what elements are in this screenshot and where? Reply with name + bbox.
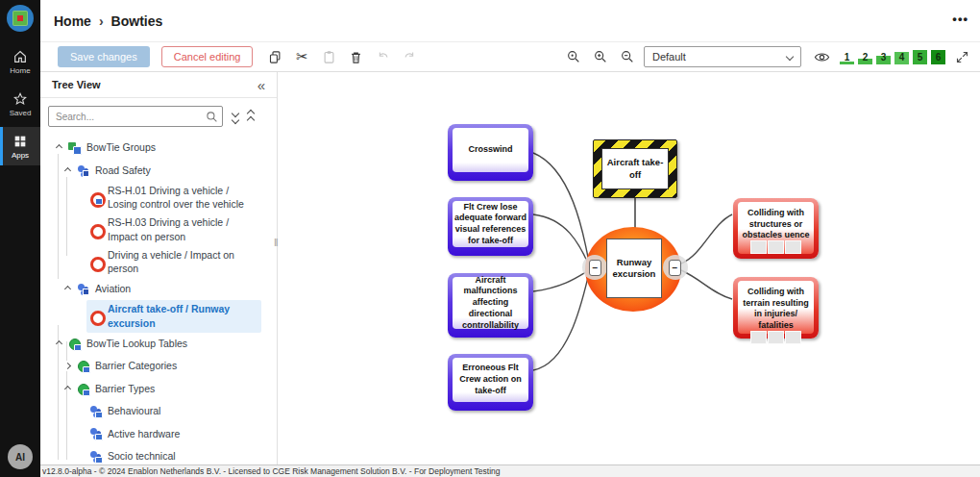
barrier-type-icon [89, 427, 102, 439]
barrier-type-icon [89, 450, 102, 463]
tree-item-rs-h01[interactable]: RS-H.01 Driving a vehicle / Losing contr… [40, 182, 277, 213]
bowtie-icon [89, 310, 102, 322]
tree-item-label: Barrier Categories [95, 359, 177, 373]
consequence-node[interactable]: Colliding with terrain resulting in inju… [733, 277, 819, 339]
zoom-in-icon[interactable] [592, 48, 609, 65]
collapse-panel-icon[interactable]: « [257, 78, 265, 92]
threat-node[interactable]: Erroneous Flt Crew action on take-off [448, 354, 533, 411]
bowtie-icon [89, 256, 102, 268]
barrier-type-icon [89, 405, 102, 417]
tree-item-barrier-categories[interactable]: Barrier Categories [40, 355, 277, 377]
tree-item-lookup-tables[interactable]: BowTie Lookup Tables [40, 333, 277, 355]
status-chip [769, 332, 783, 343]
panel-resize-handle[interactable]: ‖ [274, 237, 279, 248]
collapse-all-icon[interactable] [248, 111, 254, 123]
collapse-consequences-button[interactable]: − [669, 260, 681, 276]
breadcrumb-current: Bowties [111, 13, 163, 29]
cancel-editing-button[interactable]: Cancel editing [161, 46, 254, 67]
chevron-up-icon[interactable] [63, 167, 70, 174]
tree-item-barrier-types[interactable]: Barrier Types [40, 377, 277, 399]
consequence-node[interactable]: Colliding with structures or obstacles u… [733, 198, 819, 259]
save-changes-button[interactable]: Save changes [58, 46, 150, 67]
threat-node[interactable]: Flt Crew lose adequate forward visual re… [448, 197, 533, 256]
breadcrumb-home[interactable]: Home [54, 13, 91, 29]
tree-item-rs-h03[interactable]: RS-H.03 Driving a vehicle / Impact on pe… [40, 213, 277, 245]
tree-item-label: BowTie Lookup Tables [86, 337, 187, 351]
tree-item-label: Road Safety [95, 163, 151, 178]
threat-label: Crosswind [468, 144, 512, 156]
tree-panel-title: Tree View [52, 79, 101, 90]
lookup-table-icon [77, 360, 89, 372]
expand-level-4-button[interactable]: 4 [894, 50, 909, 64]
tree-item-behavioural[interactable]: Behavioural [40, 400, 277, 422]
zoom-out-icon[interactable] [619, 48, 636, 65]
tree-search-row [40, 98, 277, 135]
level-number: 6 [931, 50, 945, 64]
view-preset-dropdown[interactable]: Default [644, 46, 801, 67]
hazard-node[interactable]: Aircraft take-off [593, 139, 677, 198]
paste-icon[interactable] [320, 48, 337, 65]
sidebar-item-apps[interactable]: Apps [0, 127, 40, 165]
consequence-label: Colliding with terrain resulting in inju… [740, 287, 812, 332]
overflow-menu-button[interactable]: ••• [952, 12, 968, 26]
expand-level-3-button[interactable]: 3 [876, 50, 891, 64]
expand-level-1-button[interactable]: 1 [840, 50, 854, 64]
tree-indent-guide [58, 154, 59, 279]
expand-level-6-button[interactable]: 6 [931, 50, 945, 64]
level-number: 3 [876, 50, 891, 64]
zoom-reset-icon[interactable] [565, 48, 582, 65]
search-input[interactable] [48, 106, 223, 127]
star-icon [12, 91, 28, 107]
sidebar-item-label: Apps [12, 151, 29, 160]
expand-level-2-button[interactable]: 2 [858, 50, 872, 64]
chevron-up-icon[interactable] [55, 340, 61, 347]
chevron-down-icon [786, 53, 794, 61]
tree-item-label: BowTie Groups [86, 140, 156, 155]
tree-item-active-hardware[interactable]: Active hardware [40, 422, 277, 444]
hazard-label: Aircraft take-off [604, 157, 666, 181]
chevron-right-icon[interactable] [63, 363, 70, 369]
tree-panel-header: Tree View « [40, 72, 277, 98]
collapse-threats-button[interactable]: − [589, 260, 601, 276]
home-icon [12, 49, 28, 64]
bowtie-groups-icon [68, 141, 81, 154]
edit-toolbar: Save changes Cancel editing ✂ Defaul [40, 42, 980, 72]
consequence-chips [751, 332, 800, 343]
enablon-logo-icon[interactable] [7, 5, 34, 32]
tree-item-driving-vehicle[interactable]: Driving a vehicle / Impact on person [40, 246, 277, 278]
expand-level-5-button[interactable]: 5 [913, 50, 927, 64]
tree-item-bowtie-groups[interactable]: BowTie Groups [40, 137, 277, 159]
undo-icon[interactable] [374, 48, 391, 65]
copy-icon[interactable] [266, 48, 283, 65]
user-avatar[interactable]: AI [8, 444, 33, 469]
chevron-up-icon[interactable] [55, 144, 61, 151]
sidebar-item-saved[interactable]: Saved [0, 85, 40, 123]
tree-item-road-safety[interactable]: Road Safety [40, 159, 277, 181]
tree-item-socio-technical[interactable]: Socio technical [40, 445, 277, 464]
bowtie-locked-icon [89, 191, 102, 204]
cut-icon[interactable]: ✂ [293, 48, 310, 65]
level-number: 5 [913, 50, 927, 64]
tree-item-label: Driving a vehicle / Impact on person [108, 248, 258, 276]
redo-icon[interactable] [401, 48, 418, 65]
sidebar-item-home[interactable]: Home [0, 42, 40, 81]
apps-grid-icon [12, 134, 28, 149]
expand-all-icon[interactable] [233, 111, 238, 123]
threat-node[interactable]: Aircraft malfunctions affecting directio… [448, 273, 533, 338]
sidebar-item-label: Saved [10, 109, 32, 117]
status-chip [751, 241, 766, 253]
fullscreen-icon[interactable] [953, 48, 970, 65]
chevron-up-icon[interactable] [63, 286, 70, 292]
visibility-icon[interactable] [813, 48, 830, 65]
delete-icon[interactable] [347, 48, 364, 65]
chevron-up-icon[interactable] [63, 386, 70, 392]
consequence-label: Colliding with structures or obstacles u… [740, 208, 812, 241]
threat-node[interactable]: Crosswind [448, 124, 533, 181]
tree-item-label: Aviation [95, 282, 131, 296]
bowtie-canvas[interactable]: Crosswind Flt Crew lose adequate forward… [278, 72, 980, 464]
tree-view-panel: Tree View « BowTie Groups [40, 72, 278, 464]
tree-item-label: Socio technical [108, 449, 176, 464]
tree-item-aircraft-takeoff[interactable]: Aircraft take-off / Runway excursion [40, 300, 277, 332]
tree-item-aviation[interactable]: Aviation [40, 278, 277, 300]
tree-item-label: Aircraft take-off / Runway excursion [108, 302, 258, 330]
